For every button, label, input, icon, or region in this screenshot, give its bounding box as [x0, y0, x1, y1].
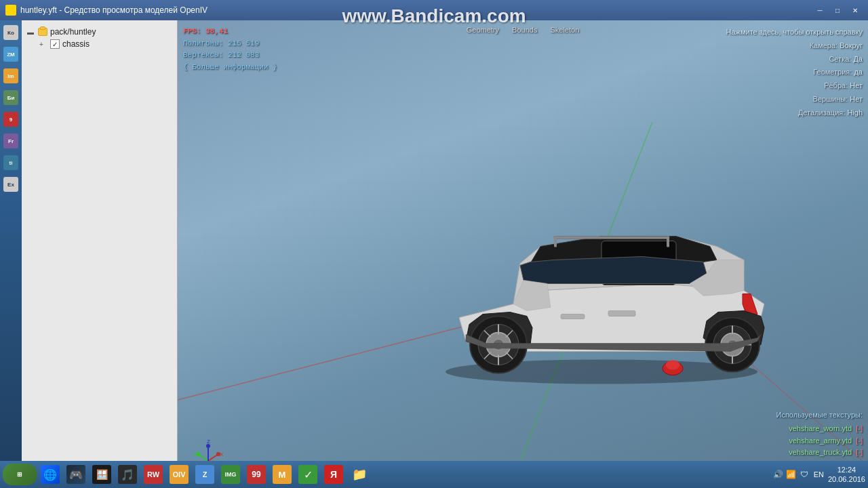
tree-root-label: pack/huntley — [50, 27, 96, 37]
geometry-label: Геометрия: — [813, 68, 852, 76]
camera-label: Камера: — [810, 41, 838, 49]
yandex-icon: Я — [324, 465, 343, 484]
extra-icon: Ex — [3, 177, 18, 192]
frag-icon: Fr — [3, 134, 18, 148]
grid-line: Сетка: Да — [726, 53, 863, 66]
taskbar-img[interactable]: IMG — [218, 464, 243, 485]
num-icon: 9 — [3, 112, 18, 127]
svg-point-7 — [478, 325, 519, 365]
svg-point-4 — [446, 360, 757, 384]
security-icon[interactable]: 🛡 — [799, 469, 810, 480]
sidebar-item-lib[interactable]: Би — [1, 88, 20, 107]
tab-skeleton[interactable]: Skeleton — [545, 26, 585, 34]
taskbar-vt[interactable]: ✓ — [296, 464, 320, 485]
clock-display[interactable]: 12:24 20.06.2016 — [828, 465, 865, 485]
svg-line-14 — [484, 331, 491, 338]
titlebar: huntley.yft - Средство просмотра моделей… — [0, 0, 868, 20]
clock-time: 12:24 — [828, 465, 865, 474]
taskbar-99[interactable]: 99 — [244, 464, 269, 485]
taskbar-ie[interactable]: 🌐 — [38, 464, 62, 485]
normals-line: Вершины: Нет — [726, 93, 863, 106]
svg-line-16 — [506, 331, 513, 338]
taskbar-media[interactable]: 🎵 — [115, 464, 140, 485]
img-taskbar-icon: IMG — [221, 465, 240, 484]
texture-remove-1[interactable]: [-] — [856, 436, 863, 445]
sidebar-item-img[interactable]: Im — [1, 66, 20, 85]
camera-value: Вокруг — [840, 41, 863, 49]
svg-point-20 — [721, 333, 744, 357]
left-taskbar: Ко ZM Im Би 9 Fr ti Ex — [0, 20, 22, 488]
sidebar-item-frag[interactable]: Fr — [1, 131, 20, 150]
start-icon: ⊞ — [17, 471, 22, 478]
lib-icon: Би — [3, 90, 18, 105]
sidebar-item-zmod[interactable]: ZM — [1, 45, 20, 64]
taskbar-yandex[interactable]: Я — [321, 464, 346, 485]
expand-icon: ▬ — [27, 28, 35, 36]
texture-name-1[interactable]: vehshare_army.ytd — [789, 436, 852, 445]
help-line[interactable]: Нажмите здесь, чтобы открыть справку — [726, 26, 863, 39]
language-indicator[interactable]: EN — [814, 470, 824, 479]
texture-name-0[interactable]: vehshare_worn.ytd — [789, 424, 852, 432]
vert-line: Вертексы: 212 083 — [183, 49, 277, 62]
windows-icon: 🪟 — [92, 465, 111, 484]
grid-value: Да — [853, 55, 863, 63]
svg-text:Y: Y — [193, 451, 197, 458]
num-taskbar-icon: 99 — [247, 465, 266, 484]
hud-stats: FPS: 38,41 Полигоны: 215 519 Вертексы: 2… — [183, 26, 277, 73]
geometry-line: Геометрия: да — [726, 66, 863, 79]
svg-point-28 — [663, 362, 683, 375]
taskbar-openiv[interactable]: OIV — [167, 464, 191, 485]
texture-name-2[interactable]: vehshare_truck.ytd — [789, 448, 852, 456]
viewport-3d[interactable]: X Y Z FPS: 38,41 Полигоны: 215 519 Верте… — [178, 20, 868, 488]
window-controls[interactable]: ─ □ ✕ — [812, 4, 863, 16]
window-title: huntley.yft - Средство просмотра моделей… — [20, 5, 208, 15]
bottom-taskbar: ⊞ 🌐 🎮 🪟 🎵 RW OIV Z IMG 99 M ✓ Я 📁 🔊 — [0, 461, 868, 488]
svg-line-17 — [484, 352, 491, 359]
grid-label: Сетка: — [829, 55, 851, 63]
tree-root-item[interactable]: ▬ pack/huntley — [24, 26, 174, 38]
tab-bounds[interactable]: Bounds — [507, 26, 542, 34]
taskbar-steam[interactable]: 🎮 — [64, 464, 88, 485]
fps-label: FPS: — [183, 27, 201, 35]
taskbar-zmod[interactable]: Z — [193, 464, 217, 485]
fps-line: FPS: 38,41 — [183, 26, 277, 38]
network-icon[interactable]: 📶 — [786, 469, 797, 480]
more-info-line[interactable]: { Больше информации } — [183, 62, 277, 74]
vt-icon: ✓ — [298, 465, 317, 484]
taskbar-rw[interactable]: RW — [141, 464, 165, 485]
geometry-value: да — [854, 68, 863, 76]
taskbar-systray: 🔊 📶 🛡 EN 12:24 20.06.2016 — [773, 465, 865, 485]
sidebar-item-extra[interactable]: Ex — [1, 175, 20, 194]
speaker-icon[interactable]: 🔊 — [773, 469, 784, 480]
maximize-button[interactable]: □ — [830, 4, 845, 16]
help-label: Нажмите здесь, чтобы открыть справку — [726, 28, 863, 36]
taskbar-folder[interactable]: 📁 — [347, 464, 372, 485]
main-container: Ко ZM Im Би 9 Fr ti Ex ▬ pack — [0, 20, 868, 488]
sidebar-item-tid[interactable]: ti — [1, 153, 20, 172]
more-info-text: { Больше информации } — [183, 63, 277, 71]
taskbar-openiv2[interactable]: M — [270, 464, 294, 485]
title-left: huntley.yft - Средство просмотра моделей… — [5, 5, 208, 16]
texture-remove-2[interactable]: [-] — [856, 448, 863, 456]
svg-point-18 — [705, 318, 760, 372]
svg-point-8 — [486, 333, 511, 357]
tree-child-chassis[interactable]: + ✓ chassis — [24, 38, 174, 50]
openiv-icon: OIV — [170, 465, 189, 484]
tab-geometry[interactable]: Geometry — [461, 26, 505, 34]
taskbar-windows[interactable]: 🪟 — [90, 464, 114, 485]
svg-line-15 — [506, 352, 513, 359]
close-button[interactable]: ✕ — [848, 4, 863, 16]
camera-line: Камера: Вокруг — [726, 39, 863, 53]
folder-icon — [38, 28, 47, 36]
sidebar-panel: ▬ pack/huntley + ✓ chassis Check all Unc… — [22, 20, 178, 488]
svg-point-21 — [728, 340, 737, 350]
folder-taskbar-icon: 📁 — [350, 465, 369, 484]
chassis-checkbox[interactable]: ✓ — [50, 39, 60, 49]
minimize-button[interactable]: ─ — [812, 4, 827, 16]
normals-value: Нет — [850, 95, 863, 103]
svg-point-9 — [493, 340, 504, 350]
start-button[interactable]: ⊞ — [3, 464, 37, 485]
sidebar-item-comp[interactable]: Ко — [1, 23, 20, 42]
sidebar-item-num[interactable]: 9 — [1, 110, 20, 129]
texture-remove-0[interactable]: [-] — [856, 424, 863, 432]
